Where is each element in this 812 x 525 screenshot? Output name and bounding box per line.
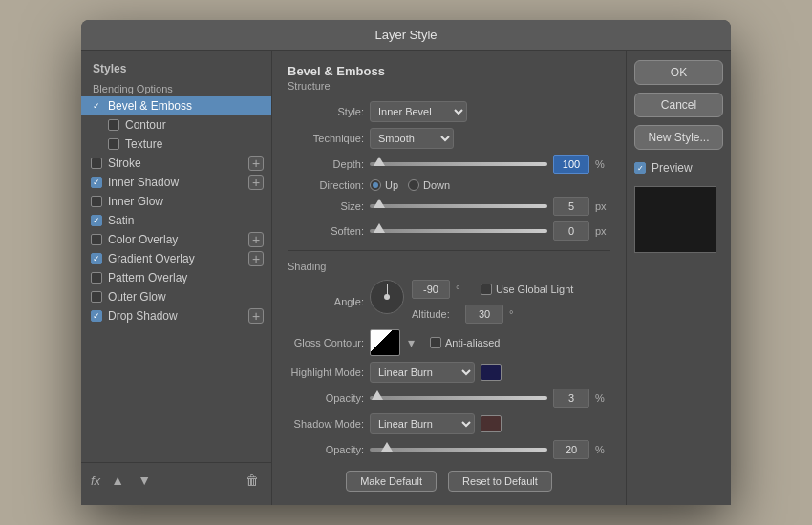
checkbox-2: [108, 138, 119, 150]
shadow-color-swatch[interactable]: [481, 415, 502, 432]
soften-slider[interactable]: [370, 229, 547, 233]
item-label-2: Texture: [125, 137, 262, 151]
left-items-list: Bevel & EmbossContourTextureStroke+Inner…: [81, 96, 271, 326]
angle-dial[interactable]: [370, 280, 404, 314]
size-thumb: [374, 199, 385, 208]
ok-button[interactable]: OK: [634, 60, 723, 85]
item-label-5: Inner Glow: [108, 195, 262, 208]
angle-value-row: ° Use Global Light: [412, 280, 573, 299]
direction-group: Up Down: [370, 179, 450, 191]
shadow-opacity-input[interactable]: [553, 440, 589, 459]
fx-delete-button[interactable]: 🗑: [243, 471, 262, 490]
right-panel: OK Cancel New Style... Preview: [626, 51, 731, 505]
left-item-texture[interactable]: Texture: [81, 135, 271, 154]
make-default-button[interactable]: Make Default: [346, 471, 437, 492]
preview-box: [634, 186, 716, 253]
style-row: Style: Inner Bevel Outer Bevel Emboss Pi…: [288, 101, 610, 122]
left-item-drop-shadow[interactable]: Drop Shadow+: [81, 306, 271, 326]
size-slider[interactable]: [370, 204, 547, 208]
global-light-checkbox[interactable]: Use Global Light: [481, 284, 573, 295]
soften-input[interactable]: [553, 221, 589, 241]
gloss-contour-row: Gloss Contour: ▾ Anti-aliased: [288, 329, 610, 356]
left-item-pattern-overlay[interactable]: Pattern Overlay: [81, 268, 271, 287]
soften-row: Soften: px: [288, 221, 610, 241]
angle-row: Angle: ° Use Global Light: [288, 280, 610, 324]
plus-btn-11[interactable]: +: [248, 308, 264, 324]
shadow-mode-row: Shadow Mode: Linear Burn Normal Multiply…: [288, 413, 610, 434]
section-subtitle: Structure: [288, 80, 610, 92]
size-unit: px: [595, 200, 610, 212]
depth-unit: %: [595, 158, 610, 170]
direction-row: Direction: Up Down: [288, 179, 610, 191]
left-item-inner-shadow[interactable]: Inner Shadow+: [81, 173, 271, 192]
left-item-stroke[interactable]: Stroke+: [81, 154, 271, 173]
depth-input[interactable]: [553, 155, 589, 174]
checkbox-7: [91, 234, 102, 245]
shading-header: Shading: [288, 261, 610, 272]
altitude-row: Altitude: °: [412, 304, 573, 324]
gloss-dropdown-arrow[interactable]: ▾: [408, 335, 415, 350]
highlight-opacity-slider[interactable]: [370, 396, 547, 400]
altitude-label: Altitude:: [412, 308, 459, 320]
item-label-3: Stroke: [108, 157, 262, 170]
technique-label: Technique:: [288, 133, 364, 144]
section-title: Bevel & Emboss: [288, 64, 610, 78]
altitude-input[interactable]: [465, 304, 503, 324]
left-item-outer-glow[interactable]: Outer Glow: [81, 287, 271, 306]
style-select[interactable]: Inner Bevel Outer Bevel Emboss Pillow Em…: [370, 101, 467, 122]
size-input[interactable]: [553, 197, 589, 216]
middle-panel: Bevel & Emboss Structure Style: Inner Be…: [272, 51, 626, 505]
blending-options-header[interactable]: Blending Options: [81, 81, 271, 96]
global-light-check: [481, 284, 492, 295]
plus-btn-8[interactable]: +: [248, 251, 264, 266]
cancel-button[interactable]: Cancel: [634, 93, 723, 117]
shadow-mode-select[interactable]: Linear Burn Normal Multiply Screen: [370, 413, 475, 434]
angle-label: Angle:: [288, 296, 364, 307]
checkbox-11: [91, 310, 102, 322]
preview-checkbox[interactable]: [634, 162, 646, 174]
title-text: Layer Style: [374, 28, 437, 42]
technique-select[interactable]: Smooth Chisel Hard Chisel Soft: [370, 128, 454, 149]
highlight-color-swatch[interactable]: [481, 364, 502, 381]
fx-up-button[interactable]: ▲: [108, 471, 127, 490]
direction-down-radio[interactable]: Down: [408, 179, 450, 191]
fx-down-button[interactable]: ▼: [135, 471, 154, 490]
left-item-gradient-overlay[interactable]: Gradient Overlay+: [81, 249, 271, 268]
soften-unit: px: [595, 225, 610, 237]
highlight-opacity-label: Opacity:: [288, 392, 364, 404]
plus-btn-7[interactable]: +: [248, 232, 264, 247]
angle-input[interactable]: [412, 280, 450, 299]
checkbox-5: [91, 196, 102, 207]
checkbox-3: [91, 158, 102, 169]
left-item-color-overlay[interactable]: Color Overlay+: [81, 230, 271, 249]
new-style-button[interactable]: New Style...: [634, 125, 723, 150]
highlight-mode-select[interactable]: Linear Burn Normal Multiply Screen: [370, 362, 475, 383]
left-item-satin[interactable]: Satin: [81, 211, 271, 230]
highlight-opacity-input[interactable]: [553, 388, 589, 408]
bottom-buttons: Make Default Reset to Default: [288, 471, 610, 492]
left-item-inner-glow[interactable]: Inner Glow: [81, 192, 271, 211]
anti-aliased-checkbox[interactable]: Anti-aliased: [430, 337, 500, 348]
plus-btn-3[interactable]: +: [248, 156, 264, 171]
item-label-0: Bevel & Emboss: [108, 99, 262, 113]
depth-slider[interactable]: [370, 162, 547, 166]
depth-row: Depth: %: [288, 155, 610, 174]
left-item-bevel-&-emboss[interactable]: Bevel & Emboss: [81, 96, 271, 116]
reset-to-default-button[interactable]: Reset to Default: [448, 471, 552, 492]
left-item-contour[interactable]: Contour: [81, 116, 271, 135]
direction-up-radio[interactable]: Up: [370, 179, 398, 191]
gloss-preview[interactable]: [370, 329, 400, 356]
angle-inputs: ° Use Global Light Altitude: °: [412, 280, 573, 324]
checkbox-10: [91, 291, 102, 303]
item-label-1: Contour: [125, 118, 262, 132]
checkbox-1: [108, 119, 119, 131]
item-label-10: Outer Glow: [108, 290, 262, 304]
altitude-unit: °: [509, 308, 524, 320]
dialog-body: Styles Blending Options Bevel & EmbossCo…: [81, 51, 731, 505]
direction-label: Direction:: [288, 179, 364, 191]
shadow-opacity-slider[interactable]: [370, 448, 547, 452]
item-label-8: Gradient Overlay: [108, 252, 262, 265]
shadow-mode-label: Shadow Mode:: [288, 418, 364, 430]
plus-btn-4[interactable]: +: [248, 175, 264, 190]
depth-label: Depth:: [288, 158, 364, 170]
